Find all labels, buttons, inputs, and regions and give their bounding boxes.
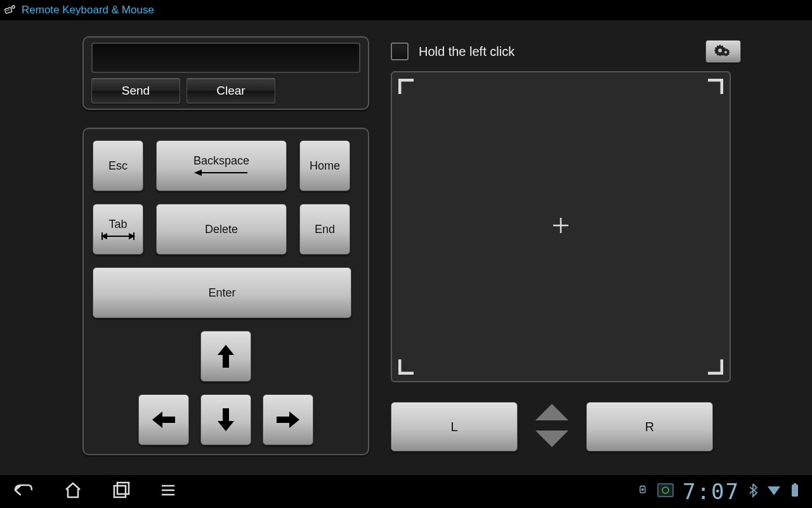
special-keys-panel: Esc Backspace Home Tab: [82, 128, 369, 455]
tab-icon: [101, 231, 135, 241]
send-button[interactable]: Send: [91, 78, 180, 104]
corner-tr-icon: [705, 79, 723, 97]
home-key[interactable]: Home: [299, 140, 350, 191]
svg-marker-13: [218, 408, 234, 431]
end-key[interactable]: End: [299, 204, 350, 255]
settings-button[interactable]: [705, 40, 741, 63]
svg-marker-5: [194, 170, 202, 176]
corner-br-icon: [705, 357, 723, 375]
home-icon[interactable]: [63, 481, 82, 502]
menu-icon[interactable]: [160, 482, 176, 501]
svg-rect-22: [117, 483, 129, 494]
svg-marker-14: [277, 411, 299, 428]
svg-point-16: [724, 51, 727, 53]
tab-label: Tab: [108, 218, 127, 231]
svg-marker-32: [768, 486, 780, 495]
crosshair-icon: [552, 217, 570, 237]
hold-left-click-label: Hold the left click: [419, 44, 514, 59]
text-input-panel: Send Clear: [82, 36, 369, 110]
arrow-right-key[interactable]: [263, 394, 313, 445]
mouse-right-button[interactable]: R: [586, 402, 713, 451]
corner-tl-icon: [398, 79, 416, 97]
notification-icon[interactable]: [657, 483, 674, 500]
battery-icon: [790, 483, 799, 500]
svg-rect-33: [792, 485, 798, 497]
clear-button[interactable]: Clear: [187, 78, 275, 104]
bluetooth-icon: [749, 483, 757, 500]
svg-rect-21: [114, 486, 126, 497]
scroll-up-button[interactable]: [533, 401, 571, 425]
usb-debug-icon: [637, 484, 648, 499]
keyboard-text-input[interactable]: [91, 43, 360, 73]
svg-marker-11: [218, 345, 234, 368]
svg-rect-30: [658, 484, 673, 497]
svg-marker-12: [152, 411, 175, 428]
arrow-up-icon: [216, 344, 235, 369]
touchpad[interactable]: [391, 71, 731, 382]
backspace-key[interactable]: Backspace: [156, 140, 287, 191]
enter-key[interactable]: Enter: [93, 267, 351, 318]
svg-line-2: [8, 10, 10, 10]
svg-point-27: [641, 488, 644, 491]
arrow-right-icon: [275, 410, 301, 429]
arrow-left-key[interactable]: [138, 394, 189, 445]
tab-key[interactable]: Tab: [93, 204, 143, 255]
back-icon[interactable]: [13, 481, 34, 502]
recent-apps-icon[interactable]: [112, 481, 131, 502]
system-navbar: 7:07: [0, 475, 812, 508]
gear-icon: [714, 44, 733, 59]
corner-bl-icon: [398, 357, 416, 375]
svg-point-15: [718, 49, 722, 53]
status-clock[interactable]: 7:07: [683, 479, 740, 504]
hold-left-click-checkbox[interactable]: [391, 43, 409, 60]
svg-marker-20: [535, 431, 568, 447]
svg-point-3: [12, 6, 15, 8]
mouse-left-button[interactable]: L: [391, 402, 518, 451]
scroll-down-button[interactable]: [533, 428, 571, 452]
titlebar: Remote Keyboard & Mouse: [0, 0, 812, 20]
app-icon: [4, 4, 16, 17]
esc-key[interactable]: Esc: [93, 140, 143, 191]
arrow-up-key[interactable]: [200, 331, 251, 382]
svg-rect-34: [794, 483, 796, 485]
app-title: Remote Keyboard & Mouse: [22, 4, 154, 17]
svg-line-1: [6, 10, 8, 11]
delete-key[interactable]: Delete: [156, 204, 287, 255]
arrow-left-long-icon: [193, 168, 250, 178]
arrow-left-icon: [151, 410, 176, 429]
arrow-down-key[interactable]: [200, 394, 251, 445]
wifi-icon: [766, 484, 782, 499]
svg-marker-19: [535, 404, 568, 420]
backspace-label: Backspace: [193, 154, 249, 168]
arrow-down-icon: [216, 407, 235, 432]
